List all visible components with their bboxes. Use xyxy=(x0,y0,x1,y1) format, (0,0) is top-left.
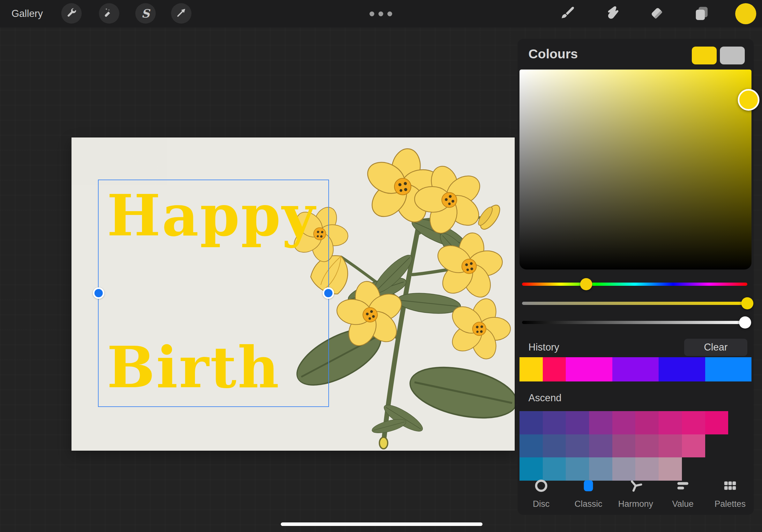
adjustments-button[interactable] xyxy=(99,3,119,24)
history-swatch[interactable] xyxy=(705,357,751,381)
palette-swatch[interactable] xyxy=(543,457,566,481)
palette-swatch[interactable] xyxy=(543,434,566,458)
tab-palettes[interactable]: Palettes xyxy=(707,478,754,509)
eraser-tool-button[interactable] xyxy=(648,4,666,23)
palette-swatch[interactable] xyxy=(566,434,589,458)
classic-icon xyxy=(581,478,596,495)
saturation-slider[interactable] xyxy=(522,302,747,305)
saturation-brightness-picker[interactable] xyxy=(519,70,751,270)
transform-button[interactable] xyxy=(171,3,191,24)
palette-swatch[interactable] xyxy=(682,411,705,434)
active-color-button[interactable] xyxy=(735,3,756,24)
disc-icon xyxy=(534,478,549,495)
selection-handle-right[interactable] xyxy=(323,287,334,299)
ellipsis-dot xyxy=(387,12,392,16)
picker-dot[interactable] xyxy=(738,89,759,111)
palette-row xyxy=(519,434,728,458)
secondary-colour-swatch[interactable] xyxy=(720,46,745,64)
eraser-icon xyxy=(648,5,665,23)
history-swatch[interactable] xyxy=(612,357,658,381)
hue-slider[interactable] xyxy=(522,283,747,286)
brush-tool-button[interactable] xyxy=(559,4,577,23)
history-swatches xyxy=(519,357,751,381)
palette-swatch[interactable] xyxy=(566,411,589,434)
canvas-more-menu[interactable] xyxy=(369,12,392,16)
palette-swatch[interactable] xyxy=(566,457,589,481)
colour-mode-tabs: Disc Classic Harmony Va xyxy=(518,478,754,509)
ellipsis-dot xyxy=(369,12,374,16)
colour-swatch-pair xyxy=(692,46,745,64)
palette-swatch[interactable] xyxy=(682,434,705,458)
harmony-icon xyxy=(628,478,643,495)
tab-classic[interactable]: Classic xyxy=(565,478,612,509)
palette-swatch[interactable] xyxy=(519,457,543,481)
palette-swatch[interactable] xyxy=(658,434,682,458)
palette-swatch[interactable] xyxy=(612,411,636,434)
magic-wand-icon xyxy=(104,7,115,20)
selection-s-icon: S xyxy=(141,8,150,19)
palette-swatch[interactable] xyxy=(635,434,658,458)
value-icon xyxy=(675,478,690,495)
top-toolbar: Gallery S xyxy=(0,0,762,28)
history-swatch[interactable] xyxy=(566,357,612,381)
tab-harmony[interactable]: Harmony xyxy=(612,478,659,509)
palette-row xyxy=(519,457,728,481)
layers-icon xyxy=(693,5,710,23)
layers-button[interactable] xyxy=(692,4,711,23)
palette-swatch[interactable] xyxy=(635,457,658,481)
clear-history-button[interactable]: Clear xyxy=(684,339,747,356)
gallery-label: Gallery xyxy=(12,8,43,20)
saturation-slider-thumb[interactable] xyxy=(741,297,753,309)
palette-swatch[interactable] xyxy=(635,411,658,434)
actions-button[interactable] xyxy=(61,3,82,24)
palette-swatch[interactable] xyxy=(658,457,682,481)
palette-swatch[interactable] xyxy=(543,411,566,434)
tab-disc[interactable]: Disc xyxy=(518,478,565,509)
smudge-tool-button[interactable] xyxy=(603,4,622,23)
procreate-app: Gallery S xyxy=(0,0,762,532)
home-indicator[interactable] xyxy=(281,522,483,526)
palette-swatch[interactable] xyxy=(589,457,612,481)
selection-handle-left[interactable] xyxy=(93,287,104,299)
transform-arrow-icon xyxy=(176,7,187,20)
artwork-canvas[interactable]: Happy Birth day xyxy=(71,137,515,451)
palette-swatch[interactable] xyxy=(658,411,682,434)
palette-swatch[interactable] xyxy=(612,457,636,481)
ellipsis-dot xyxy=(378,12,383,16)
ascend-palette-grid xyxy=(519,411,728,481)
palette-name-label: Ascend xyxy=(528,392,561,404)
brightness-slider[interactable] xyxy=(522,321,747,324)
colours-panel: Colours History Clear Ascend xyxy=(518,39,754,515)
palette-swatch[interactable] xyxy=(519,411,543,434)
palette-swatch[interactable] xyxy=(589,411,612,434)
history-swatch[interactable] xyxy=(658,357,705,381)
gallery-button[interactable]: Gallery xyxy=(12,0,43,28)
brush-icon xyxy=(559,5,576,23)
history-label: History xyxy=(528,342,559,353)
history-swatch[interactable] xyxy=(543,357,566,381)
text-selection-box[interactable] xyxy=(98,179,329,407)
panel-title: Colours xyxy=(528,46,578,62)
palette-swatch[interactable] xyxy=(705,411,728,434)
history-swatch[interactable] xyxy=(519,357,543,381)
palette-swatch[interactable] xyxy=(519,434,543,458)
wrench-icon xyxy=(66,7,77,20)
smudge-icon xyxy=(604,5,621,23)
hue-slider-thumb[interactable] xyxy=(580,278,592,290)
brightness-slider-thumb[interactable] xyxy=(739,316,751,328)
selection-button[interactable]: S xyxy=(135,3,156,24)
palette-swatch[interactable] xyxy=(589,434,612,458)
palette-swatch[interactable] xyxy=(612,434,636,458)
primary-colour-swatch[interactable] xyxy=(692,46,717,64)
palette-row xyxy=(519,411,728,434)
palettes-icon xyxy=(723,478,737,495)
tab-value[interactable]: Value xyxy=(659,478,707,509)
